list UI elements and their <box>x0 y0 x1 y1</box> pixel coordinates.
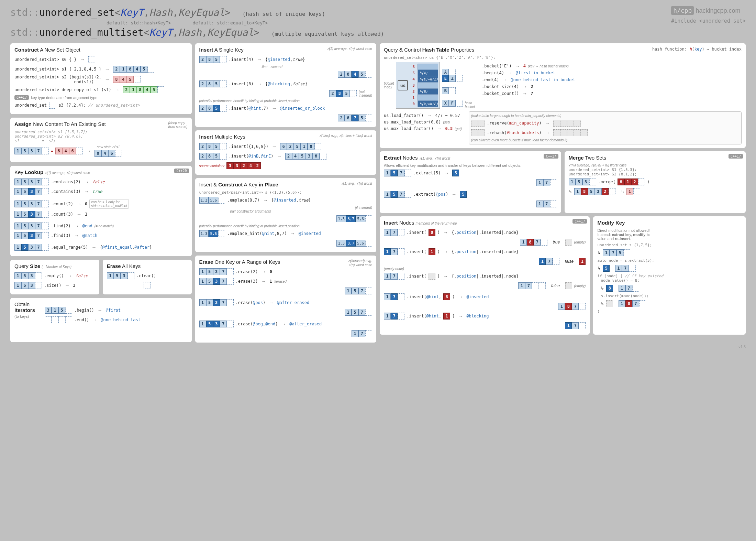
extract-card: Extract Nodes 𝒪(1) avg., 𝒪(n) worst C++1… <box>380 151 561 213</box>
type2-line: std::unordered_multiset<KeyT,Hash,KeyEqu… <box>10 27 746 38</box>
merge-card: Merge Two Sets C++17 𝒪(n₂) average, 𝒪(n₁… <box>565 151 746 213</box>
emplace-card: Insert & Construct A Key in Place 𝒪(1) a… <box>195 178 377 252</box>
insert-single-card: Insert A Single Key 𝒪(1) average, 𝒪(n) w… <box>195 43 377 127</box>
include-directive: #include <unordered_set> <box>671 18 746 24</box>
insert-multi-card: Insert Multiple Keys 𝒪(#ins) avg., 𝒪(n·#… <box>195 130 377 175</box>
assign-card: Assign New Content To An Existing Set (d… <box>10 118 192 162</box>
version-label: v1.3 <box>10 345 746 349</box>
hashprops-card: Query & Control Hash Table Properties ha… <box>380 43 746 148</box>
modify-key-card: Modify Key Direct modification not allow… <box>593 216 746 335</box>
site-logo: h/cpp <box>671 6 694 15</box>
insert-nodes-card: Insert Nodes members of the return type … <box>380 216 590 335</box>
construct-card: Construct A New Set Object unordered_set… <box>10 43 192 114</box>
iterators-card: ObtainIterators(to keys) 315 .begin()→ @… <box>10 298 192 342</box>
size-card: Query Size (= Number of Keys) 153 .empty… <box>10 260 99 294</box>
erase-card: Erase One Key or A Range of Keys 𝒪(#eras… <box>195 256 377 343</box>
lookup-card: Key Lookup 𝒪(1) average, 𝒪(n) worst case… <box>10 166 192 256</box>
type1-line: std::unordered_set<KeyT,Hash,KeyEqual> (… <box>10 7 746 18</box>
erase-all-card: Erase All Keys 153 .clear() <box>103 260 192 294</box>
site-name: hackingcpp.com <box>696 7 740 14</box>
defaults-line: default: std::hash<KeyT> default: std::e… <box>107 20 746 25</box>
